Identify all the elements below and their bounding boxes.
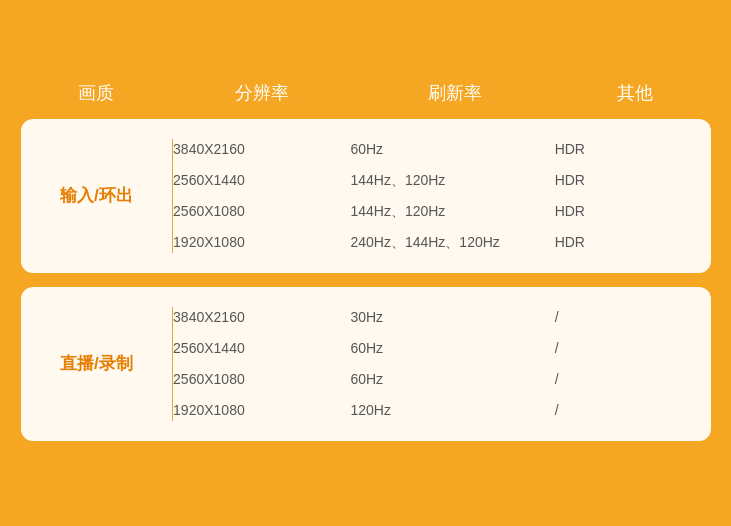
section-label-input-output: 输入/环出 <box>21 184 173 208</box>
ref-2-0: 30Hz <box>350 307 554 328</box>
section-label-live-record: 直播/录制 <box>21 352 173 376</box>
res-1-1: 2560X1440 <box>173 170 350 191</box>
resolution-col-1: 3840X2160 2560X1440 2560X1080 1920X1080 <box>173 139 350 253</box>
other-col-1: HDR HDR HDR HDR <box>555 139 711 253</box>
table-header: 画质 分辨率 刷新率 其他 <box>21 71 711 119</box>
header-quality: 画质 <box>21 81 173 105</box>
ref-2-1: 60Hz <box>350 338 554 359</box>
ref-2-3: 120Hz <box>350 400 554 421</box>
res-1-2: 2560X1080 <box>173 201 350 222</box>
oth-1-0: HDR <box>555 139 711 160</box>
section-input-output: 输入/环出 3840X2160 2560X1440 2560X1080 1920… <box>21 119 711 273</box>
ref-1-1: 144Hz、120Hz <box>350 170 554 191</box>
ref-1-0: 60Hz <box>350 139 554 160</box>
ref-1-3: 240Hz、144Hz、120Hz <box>350 232 554 253</box>
section-data-input-output: 3840X2160 2560X1440 2560X1080 1920X1080 … <box>173 139 710 253</box>
ref-1-2: 144Hz、120Hz <box>350 201 554 222</box>
oth-2-3: / <box>555 400 711 421</box>
resolution-col-2: 3840X2160 2560X1440 2560X1080 1920X1080 <box>173 307 350 421</box>
oth-2-0: / <box>555 307 711 328</box>
oth-1-2: HDR <box>555 201 711 222</box>
main-table: 画质 分辨率 刷新率 其他 输入/环出 3840X2160 2560X1440 … <box>21 71 711 455</box>
res-2-0: 3840X2160 <box>173 307 350 328</box>
header-resolution: 分辨率 <box>172 81 351 105</box>
ref-2-2: 60Hz <box>350 369 554 390</box>
res-2-2: 2560X1080 <box>173 369 350 390</box>
oth-1-3: HDR <box>555 232 711 253</box>
refresh-col-1: 60Hz 144Hz、120Hz 144Hz、120Hz 240Hz、144Hz… <box>350 139 554 253</box>
other-col-2: / / / / <box>555 307 711 421</box>
header-other: 其他 <box>559 81 711 105</box>
oth-2-2: / <box>555 369 711 390</box>
res-1-3: 1920X1080 <box>173 232 350 253</box>
header-refresh: 刷新率 <box>352 81 559 105</box>
res-2-1: 2560X1440 <box>173 338 350 359</box>
section-data-live-record: 3840X2160 2560X1440 2560X1080 1920X1080 … <box>173 307 710 421</box>
oth-1-1: HDR <box>555 170 711 191</box>
oth-2-1: / <box>555 338 711 359</box>
res-1-0: 3840X2160 <box>173 139 350 160</box>
res-2-3: 1920X1080 <box>173 400 350 421</box>
refresh-col-2: 30Hz 60Hz 60Hz 120Hz <box>350 307 554 421</box>
section-live-record: 直播/录制 3840X2160 2560X1440 2560X1080 1920… <box>21 287 711 441</box>
